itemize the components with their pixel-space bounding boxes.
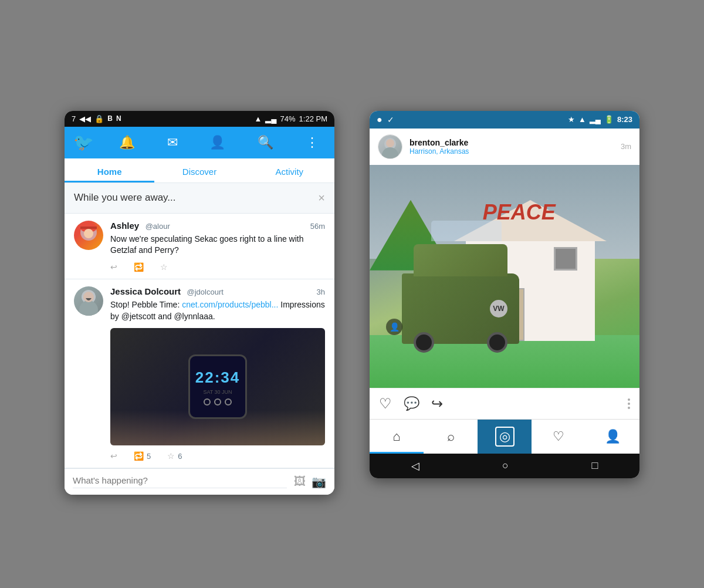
back-button[interactable]: ◁ (411, 459, 419, 472)
nav-notifications[interactable]: ♡ (532, 420, 585, 454)
search-icon[interactable]: 🔍 (251, 133, 280, 153)
star-icon: ★ (568, 115, 575, 124)
home-button[interactable]: ○ (502, 459, 509, 472)
battery-icon: 🔋 (604, 115, 614, 124)
post-header: brenton_clarke Harrison, Arkansas 3m (370, 129, 639, 165)
heart-nav-icon: ♡ (553, 429, 564, 444)
svg-point-6 (83, 292, 94, 302)
battery-level: 74% (280, 114, 296, 123)
nav-search[interactable]: ⌕ (424, 420, 478, 454)
like-button-jessica[interactable]: ☆ 6 (167, 451, 182, 461)
retweet-button[interactable]: 🔁 (134, 262, 144, 272)
wifi-icon: ▲ (254, 114, 262, 123)
van-wheel-left (414, 332, 434, 353)
post-location[interactable]: Harrison, Arkansas (409, 147, 614, 156)
tweet-header-jessica: Jessica Dolcourt @jdolcourt 3h (110, 286, 325, 297)
tweet-author-name-jessica: Jessica Dolcourt (110, 286, 181, 296)
svg-point-5 (79, 300, 98, 316)
avatar-ashley (74, 221, 103, 250)
away-text: While you were away... (74, 192, 176, 204)
tweet-author-name: Ashley (110, 221, 139, 231)
tagged-person-icon[interactable]: 👤 (386, 319, 402, 335)
retweet-button-jessica[interactable]: 🔁 5 (134, 451, 151, 461)
bluetooth-icon: B (107, 114, 113, 123)
post-photo: PEACE VW 👤 (370, 165, 639, 388)
dot-3 (628, 407, 630, 409)
home-icon: ⌂ (392, 429, 400, 444)
image-attach-icon[interactable]: 🖼 (294, 475, 306, 489)
like-button[interactable]: ☆ (160, 262, 168, 272)
tweet-author-handle-jessica: @jdolcourt (187, 288, 224, 296)
lock-icon: 🔒 (94, 114, 104, 123)
tweet-link[interactable]: cnet.com/products/pebbl... (182, 300, 278, 309)
spotify-icon: ● (377, 114, 383, 125)
camera-nav-icon: ◎ (495, 427, 515, 447)
recent-button[interactable]: □ (591, 459, 598, 472)
van-wheel-right (487, 332, 507, 353)
ig-statusbar-left: ● ✓ (377, 114, 394, 125)
like-button[interactable]: ♡ (379, 396, 392, 412)
more-options-button[interactable] (628, 398, 630, 409)
post-actions: ♡ 💬 ↪ (370, 388, 639, 419)
tab-activity[interactable]: Activity (245, 158, 334, 183)
instagram-statusbar: ● ✓ ★ ▲ ▂▄ 🔋 8:23 (370, 111, 639, 129)
check-icon: ✓ (387, 115, 394, 124)
status-number: 7 (72, 114, 76, 123)
nav-profile[interactable]: 👤 (585, 420, 639, 454)
ashley-avatar-img (74, 221, 103, 250)
signal-icon: ▂▄ (590, 115, 601, 124)
tweet-ashley: Ashley @alour 56m Now we're speculating … (65, 214, 334, 279)
tweet-actions-jessica: ↩ 🔁 5 ☆ 6 (110, 451, 325, 461)
tweet-time-jessica: 3h (317, 288, 325, 296)
tweet-text-jessica: Stop! Pebble Time: cnet.com/products/peb… (110, 299, 325, 322)
van-top (414, 244, 507, 276)
avatar-jessica (74, 286, 103, 316)
reply-button-jessica[interactable]: ↩ (110, 451, 117, 461)
tab-discover[interactable]: Discover (154, 158, 244, 183)
more-icon[interactable]: ⋮ (299, 133, 326, 153)
android-nav: ◁ ○ □ (370, 454, 639, 478)
tweet-actions: ↩ 🔁 ☆ (110, 262, 325, 272)
tweet-jessica: Jessica Dolcourt @jdolcourt 3h Stop! Peb… (65, 279, 334, 468)
twitter-logo-icon: 🐦 (73, 133, 94, 152)
add-user-icon[interactable]: 👤 (202, 133, 232, 153)
close-away-button[interactable]: × (318, 191, 325, 205)
watch-face: 22:34 SAT 30 JUN (188, 354, 247, 419)
messages-icon[interactable]: ✉ (160, 133, 185, 153)
compose-input[interactable] (73, 475, 287, 488)
watch-circle-1 (204, 398, 211, 405)
post-time: 3m (621, 142, 631, 151)
reply-button[interactable]: ↩ (110, 262, 117, 272)
tweet-author-handle: @alour (145, 222, 170, 231)
notifications-icon[interactable]: 🔔 (112, 133, 142, 153)
instagram-bottom-nav: ⌂ ⌕ ◎ ♡ 👤 (370, 419, 639, 454)
statusbar-left: 7 ◀◀ 🔒 B N (72, 114, 121, 123)
svg-point-8 (382, 147, 398, 158)
tweet-jessica-body: Jessica Dolcourt @jdolcourt 3h Stop! Peb… (110, 286, 325, 461)
nav-camera[interactable]: ◎ (478, 420, 532, 454)
svg-rect-2 (80, 227, 97, 229)
barn-window (554, 247, 577, 271)
dot-2 (628, 403, 630, 405)
home-active-bar (370, 452, 424, 454)
post-avatar (378, 134, 402, 159)
vw-logo-icon: VW (490, 300, 507, 317)
watch-circle-3 (225, 398, 232, 405)
post-username[interactable]: brenton_clarke (409, 138, 614, 147)
tab-home[interactable]: Home (65, 158, 154, 183)
comment-button[interactable]: 💬 (404, 396, 419, 411)
tweet-ashley-body: Ashley @alour 56m Now we're speculating … (110, 221, 325, 272)
post-user-info: brenton_clarke Harrison, Arkansas (409, 138, 614, 156)
signal-icon: ▂▄ (265, 114, 276, 123)
nav-home[interactable]: ⌂ (370, 420, 424, 454)
profile-nav-icon: 👤 (605, 429, 621, 444)
van-windshield (431, 221, 502, 241)
nfc-icon: N (116, 114, 121, 123)
share-button[interactable]: ↪ (431, 396, 443, 412)
svg-point-3 (84, 229, 93, 238)
statusbar-right: ▲ ▂▄ 74% 1:22 PM (254, 114, 327, 123)
watch-circle-2 (214, 398, 221, 405)
camera-attach-icon[interactable]: 📷 (312, 475, 326, 489)
tweet-text: Now we're speculating Sekac goes right t… (110, 234, 325, 256)
photo-scene: PEACE VW 👤 (370, 165, 639, 388)
